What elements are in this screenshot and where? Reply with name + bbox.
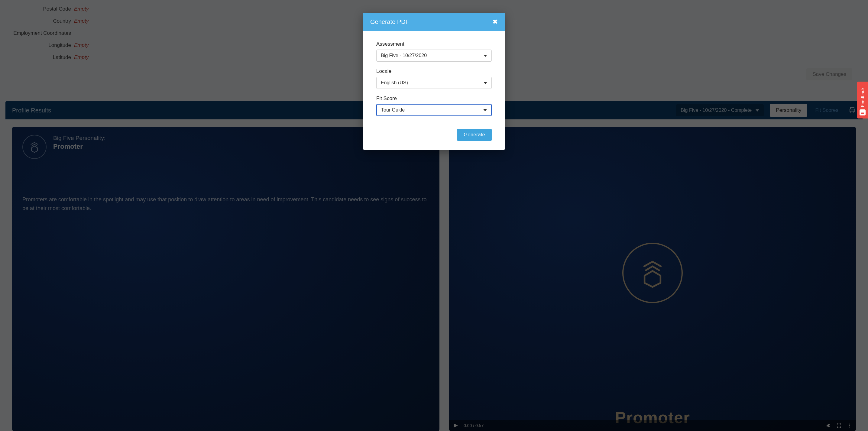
modal-header: Generate PDF ✖ (363, 13, 505, 31)
field-fit-score: Fit Score Tour Guide (376, 95, 492, 116)
label-locale: Locale (376, 68, 492, 74)
select-locale[interactable]: English (US) (376, 77, 492, 89)
chevron-down-icon (484, 55, 487, 57)
modal-title: Generate PDF (370, 19, 409, 25)
feedback-label: Feedback (860, 87, 865, 107)
field-assessment: Assessment Big Five - 10/27/2020 (376, 41, 492, 62)
chevron-down-icon (484, 82, 487, 84)
generate-button[interactable]: Generate (457, 129, 492, 141)
select-fit-score[interactable]: Tour Guide (376, 104, 492, 116)
feedback-tab[interactable]: Feedback (857, 82, 868, 119)
select-assessment-value: Big Five - 10/27/2020 (381, 53, 427, 58)
select-locale-value: English (US) (381, 80, 408, 86)
field-locale: Locale English (US) (376, 68, 492, 89)
generate-pdf-modal: Generate PDF ✖ Assessment Big Five - 10/… (363, 13, 505, 150)
select-fit-score-value: Tour Guide (381, 107, 405, 113)
label-assessment: Assessment (376, 41, 492, 47)
feedback-smile-icon (860, 110, 866, 116)
label-fit-score: Fit Score (376, 95, 492, 101)
close-icon[interactable]: ✖ (493, 18, 498, 25)
chevron-down-icon (483, 109, 487, 111)
select-assessment[interactable]: Big Five - 10/27/2020 (376, 50, 492, 62)
